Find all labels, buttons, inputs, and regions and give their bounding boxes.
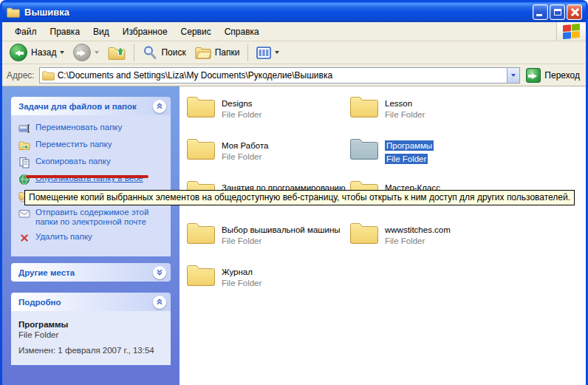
folder-name: Программы (385, 140, 434, 151)
folder-tile-designs[interactable]: DesignsFile Folder (186, 94, 349, 136)
menu-favorites[interactable]: Избранное (116, 24, 174, 39)
menu-bar: Файл Правка Вид Избранное Сервис Справка (2, 22, 586, 41)
details-item-name: Программы (18, 320, 163, 329)
folders-label: Папки (215, 47, 240, 58)
menu-items: Файл Правка Вид Избранное Сервис Справка (2, 22, 556, 41)
delete-icon (18, 232, 30, 244)
other-places-title: Другие места (18, 268, 75, 277)
go-arrow-icon (526, 68, 541, 83)
title-bar[interactable]: Вышивка (2, 2, 586, 22)
chevron-down-icon (511, 74, 516, 77)
folder-contents-view: DesignsFile Folder LessonFile Folder Моя… (180, 86, 586, 385)
windows-flag-icon (563, 24, 580, 39)
folder-icon (186, 262, 216, 287)
folder-name: wwwstitches.com (385, 225, 451, 235)
task-label: Переименовать папку (35, 123, 122, 132)
address-combo (39, 67, 521, 84)
views-button[interactable] (253, 45, 282, 61)
folder-type: File Folder (222, 151, 268, 162)
menu-view[interactable]: Вид (86, 24, 116, 39)
toolbar-separator (134, 44, 134, 61)
folder-tile-vybor-mashiny[interactable]: Выбор вышивальной машиныFile Folder (186, 220, 349, 262)
address-folder-icon (42, 70, 55, 81)
folders-button[interactable]: Папки (192, 44, 243, 61)
task-email-folder-contents[interactable]: Отправить содержимое этой папки по элект… (18, 208, 168, 227)
folder-icon-selected (349, 136, 379, 160)
search-label: Поиск (161, 47, 185, 58)
folder-tile-programmy-selected[interactable]: ПрограммыFile Folder (349, 136, 564, 178)
task-move-folder[interactable]: Переместить папку (18, 140, 168, 151)
menu-edit[interactable]: Правка (44, 24, 87, 39)
task-label: Удалить папку (35, 232, 92, 242)
toolbar-separator (247, 44, 248, 61)
details-title: Подробно (18, 298, 61, 307)
maximize-icon (554, 9, 561, 16)
folder-type: File Folder (222, 109, 261, 120)
expand-button[interactable] (153, 266, 166, 279)
folder-up-icon (108, 44, 126, 61)
task-copy-folder[interactable]: Скопировать папку (18, 157, 168, 168)
other-places-header[interactable]: Другие места (11, 263, 171, 282)
rename-icon (18, 123, 30, 134)
collapse-button[interactable] (153, 100, 166, 113)
go-label: Переход (544, 70, 580, 81)
folder-name: Журнал (222, 267, 253, 277)
folder-tile-lesson[interactable]: LessonFile Folder (349, 94, 564, 136)
folder-type: File Folder (385, 154, 428, 164)
folder-type: File Folder (385, 236, 451, 246)
folder-name: Моя Работа (222, 140, 268, 151)
tasks-panel-title: Задачи для файлов и папок (18, 102, 137, 111)
menu-file[interactable]: Файл (8, 24, 44, 39)
tooltip-text: Помещение копий выбранных элементов на о… (29, 192, 570, 202)
task-rename-folder[interactable]: Переименовать папку (18, 123, 168, 134)
chevron-up-icon (156, 103, 163, 109)
address-dropdown-button[interactable] (507, 68, 519, 83)
tasks-panel-header[interactable]: Задачи для файлов и папок (11, 97, 171, 115)
details-item-modified: Изменен: 1 февраля 2007 г., 13:54 (18, 346, 163, 355)
back-dropdown-icon (60, 51, 64, 54)
menu-help[interactable]: Справка (218, 24, 266, 39)
task-label: Скопировать папку (35, 157, 111, 166)
window-folder-icon (7, 7, 20, 18)
folder-tile-zhurnal[interactable]: ЖурналFile Folder (186, 262, 349, 304)
task-delete-folder[interactable]: Удалить папку (18, 232, 168, 244)
folder-icon (186, 136, 216, 160)
chevron-up-icon (156, 299, 163, 305)
back-label: Назад (31, 47, 56, 58)
search-button[interactable]: Поиск (140, 44, 188, 61)
folders-icon (195, 46, 211, 59)
task-label: Переместить папку (35, 140, 112, 149)
folder-name: Выбор вышивальной машины (222, 225, 341, 235)
address-bar: Адрес: Переход (2, 64, 586, 86)
tooltip: Помещение копий выбранных элементов на о… (24, 190, 575, 205)
menu-tools[interactable]: Сервис (174, 24, 218, 39)
folder-type: File Folder (385, 109, 425, 120)
window-title: Вышивка (24, 7, 531, 18)
close-button[interactable] (567, 4, 582, 20)
minimize-button[interactable] (533, 4, 548, 20)
folder-icon (186, 220, 216, 245)
windows-logo (556, 22, 586, 41)
maximize-button[interactable] (550, 4, 565, 20)
back-button[interactable]: Назад (7, 42, 67, 63)
folder-tile-wwwstitches[interactable]: wwwstitches.comFile Folder (349, 220, 564, 262)
up-button[interactable] (105, 43, 129, 62)
go-button[interactable]: Переход (524, 68, 581, 83)
details-header[interactable]: Подробно (11, 293, 171, 311)
folder-tile-moya-rabota[interactable]: Моя РаботаFile Folder (186, 136, 349, 178)
task-label: Отправить содержимое этой папки по элект… (35, 208, 165, 227)
views-dropdown-icon (275, 51, 279, 54)
other-places-panel: Другие места (11, 263, 171, 282)
chevron-down-icon (156, 269, 163, 276)
details-panel: Подробно Программы File Folder Изменен: … (11, 293, 171, 365)
move-folder-icon (18, 140, 30, 151)
task-pane-sidebar: Задачи для файлов и папок (2, 86, 180, 385)
folder-icon (186, 94, 216, 118)
address-input[interactable] (58, 70, 507, 81)
views-icon (256, 47, 271, 59)
folder-icon (349, 94, 379, 118)
collapse-button[interactable] (153, 296, 166, 309)
standard-buttons-toolbar: Назад Поиск (2, 41, 586, 64)
forward-button[interactable] (70, 42, 102, 63)
explorer-window: Вышивка Файл Правка Вид Избранное Сервис… (0, 0, 588, 385)
